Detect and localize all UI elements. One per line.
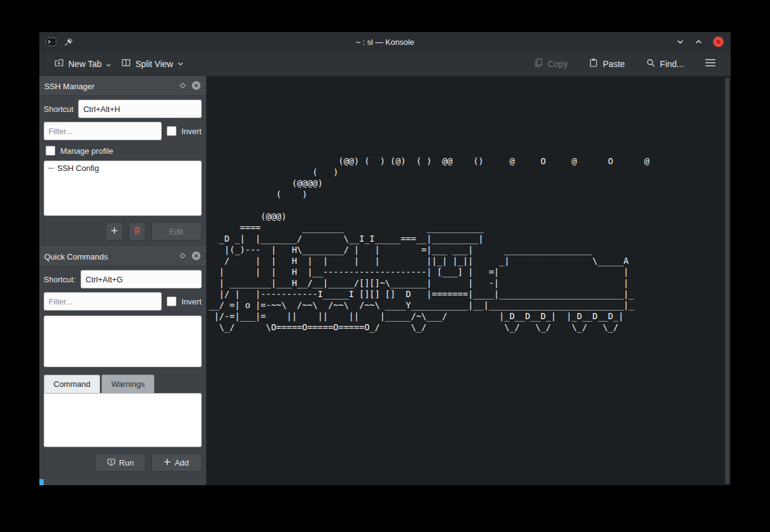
find-button[interactable]: Find... — [641, 54, 689, 73]
qc-run-label: Run — [119, 458, 134, 467]
new-tab-label: New Tab — [68, 59, 101, 69]
qc-add-button[interactable]: Add — [151, 453, 202, 472]
new-tab-button[interactable]: New Tab — [49, 54, 116, 73]
ssh-manager-title: SSH Manager — [44, 82, 179, 91]
ssh-invert-label: Invert — [181, 127, 202, 136]
ssh-add-button[interactable] — [106, 222, 123, 240]
accent-corner — [39, 479, 44, 485]
qc-invert-label: Invert — [181, 297, 202, 306]
trash-icon — [133, 226, 141, 237]
terminal-scrollbar[interactable] — [725, 77, 729, 484]
copy-label: Copy — [548, 59, 568, 69]
ssh-shortcut-input[interactable] — [78, 100, 201, 118]
float-panel-icon[interactable] — [179, 252, 186, 261]
qc-command-editor[interactable] — [44, 393, 202, 447]
close-panel-icon[interactable] — [191, 81, 201, 92]
copy-icon — [534, 58, 544, 69]
paste-icon — [589, 58, 598, 69]
minimize-button[interactable] — [675, 37, 685, 47]
ssh-shortcut-label: Shortcut — [44, 105, 73, 114]
close-button[interactable] — [712, 36, 724, 48]
pin-icon[interactable] — [64, 38, 73, 47]
run-icon — [107, 458, 116, 468]
split-view-label: Split View — [135, 59, 173, 69]
new-tab-icon — [54, 58, 64, 69]
hamburger-icon — [705, 58, 716, 69]
ssh-config-item-label: SSH Config — [57, 164, 99, 173]
tab-warnings-label: Warnings — [111, 379, 145, 389]
paste-button[interactable]: Paste — [584, 54, 630, 73]
konsole-app-icon[interactable] — [46, 36, 57, 47]
qc-shortcut-input[interactable] — [81, 270, 201, 288]
ssh-config-list[interactable]: SSH Config — [44, 161, 202, 216]
ssh-filter-input[interactable] — [44, 122, 162, 140]
split-view-button[interactable]: Split View — [116, 54, 189, 73]
manage-profile-checkbox[interactable] — [46, 146, 55, 156]
split-view-icon — [121, 58, 131, 69]
qc-commands-list[interactable] — [44, 316, 202, 367]
manage-profile-label: Manage profile — [60, 146, 113, 156]
tab-command[interactable]: Command — [44, 375, 100, 393]
chevron-down-icon — [106, 60, 111, 69]
tab-command-label: Command — [54, 379, 90, 389]
find-label: Find... — [660, 59, 684, 69]
ssh-invert-checkbox[interactable] — [167, 126, 177, 136]
terminal-output: (@@) ( ) (@) ( ) @@ () @ O @ O @ ( ) (@@… — [209, 78, 723, 333]
list-item[interactable]: SSH Config — [44, 161, 201, 174]
chevron-down-icon — [177, 59, 184, 69]
konsole-window: ~ : sl — Konsole New — [39, 32, 731, 485]
search-icon — [646, 58, 656, 69]
ssh-delete-button[interactable] — [129, 222, 146, 240]
tree-branch-icon — [48, 168, 54, 169]
ssh-edit-label: Edit — [169, 227, 183, 236]
qc-add-label: Add — [175, 458, 189, 467]
qc-run-button[interactable]: Run — [95, 453, 146, 472]
titlebar[interactable]: ~ : sl — Konsole — [39, 32, 731, 52]
float-panel-icon[interactable] — [179, 82, 186, 91]
window-title: ~ : sl — Konsole — [39, 38, 731, 47]
paste-label: Paste — [603, 59, 625, 69]
plugin-sidebar: SSH Manager Shortcut Invert — [39, 76, 207, 485]
plus-icon — [164, 458, 171, 467]
maximize-button[interactable] — [694, 37, 704, 47]
tab-warnings[interactable]: Warnings — [101, 375, 154, 393]
copy-button[interactable]: Copy — [529, 54, 573, 73]
hamburger-menu-button[interactable] — [700, 55, 721, 73]
qc-filter-input[interactable] — [44, 292, 162, 311]
scrollbar-thumb[interactable] — [725, 77, 729, 484]
ssh-edit-button[interactable]: Edit — [151, 222, 202, 240]
ssh-manager-header[interactable]: SSH Manager — [39, 76, 206, 96]
main-toolbar: New Tab Split View Copy — [39, 52, 731, 76]
quick-commands-title: Quick Commands — [44, 252, 179, 261]
plus-icon — [111, 227, 118, 236]
terminal-display[interactable]: (@@) ( ) (@) ( ) @@ () @ O @ O @ ( ) (@@… — [207, 76, 731, 485]
quick-commands-header[interactable]: Quick Commands — [39, 247, 206, 266]
qc-invert-checkbox[interactable] — [167, 296, 177, 306]
qc-tab-bar: Command Warnings — [44, 375, 202, 393]
close-panel-icon[interactable] — [191, 251, 201, 263]
qc-shortcut-label: Shortcut: — [44, 275, 76, 284]
